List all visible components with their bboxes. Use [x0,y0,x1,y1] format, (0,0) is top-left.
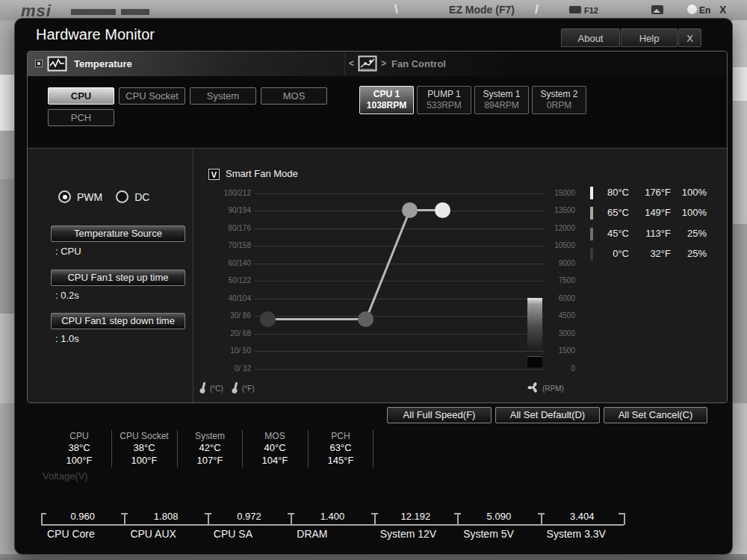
about-button[interactable]: About [561,28,620,47]
right-axis-tick: 15000 [530,189,575,197]
left-axis-tick: 80/176 [199,224,251,232]
left-axis-tick: 20/ 68 [199,329,251,337]
temp-label: PCH [309,431,373,441]
fan-tab-system2[interactable]: System 2 0RPM [532,86,586,114]
temp-readout-mos: MOS 40°C 104°F [243,431,307,467]
voltage-section-label: Voltage(V) [43,470,88,482]
dc-radio[interactable] [116,190,128,203]
help-button[interactable]: Help [621,28,678,47]
step-up-time-button[interactable]: CPU Fan1 step up time [51,270,185,286]
curve-point[interactable] [358,311,374,327]
point-duty: 25% [674,248,707,259]
fan-tab-system1[interactable]: System 1 894RPM [474,86,529,114]
fan-rpm: 894RPM [475,100,528,111]
voltage-value: 5.090 [460,511,537,523]
curve-point[interactable] [435,202,450,218]
language-globe-icon[interactable] [687,4,697,14]
pwm-label: PWM [77,191,102,203]
background-topbar: msi \ EZ Mode (F7) / F12 En X [0,0,747,20]
ez-mode-button[interactable]: EZ Mode (F7) [422,4,542,16]
gridline [255,264,544,264]
temperature-chart-icon [47,55,68,72]
point-temp-c: 0°C [596,248,629,259]
background-artifact [0,179,15,314]
fan-next-icon[interactable]: > [381,58,386,69]
background-artifact [0,314,15,403]
voltage-label: System 3.3V [547,528,606,540]
smart-fan-checkbox[interactable]: V [208,169,220,180]
collapse-icon[interactable] [35,60,43,67]
fan-control-section-title: Fan Control [391,58,446,69]
screenshot-icon[interactable] [569,6,581,13]
close-button[interactable]: X [678,28,701,47]
point-marker [590,207,593,220]
voltage-value: 0.972 [211,511,288,523]
right-axis-tick: 9000 [530,259,575,267]
voltage-label: CPU SA [214,528,252,540]
temperature-source-button[interactable]: Temperature Source [51,225,185,242]
smart-fan-label: Smart Fan Mode [226,168,298,179]
divider-slash-icon: / [535,2,539,17]
left-axis-tick: 70/158 [199,241,251,249]
voltage-label: System 5V [463,528,514,540]
pwm-radio[interactable] [58,190,71,203]
tab-pch[interactable]: PCH [48,109,114,126]
temperature-section-title: Temperature [74,58,132,69]
fan-rpm: 0RPM [533,100,586,111]
fan-prev-icon[interactable]: < [349,58,354,69]
fan-tab-pump1[interactable]: PUMP 1 533RPM [417,86,471,114]
curve-point[interactable] [260,311,276,327]
temperature-tabs: CPU CPU Socket System MOS PCH [48,87,332,126]
temp-readout-cpu-socket: CPU Socket 38°C 100°F [112,431,176,467]
point-marker [590,187,593,199]
fan-tabs: CPU 1 1038RPM PUMP 1 533RPM System 1 894… [359,86,586,114]
gridline [255,351,544,352]
background-artifact [0,75,15,131]
step-down-time-button[interactable]: CPU Fan1 step down time [51,313,185,329]
screen-close-icon[interactable]: X [719,4,726,16]
all-full-speed-button[interactable]: All Full Speed(F) [387,407,492,423]
gridline [255,193,544,194]
all-set-cancel-button[interactable]: All Set Cancel(C) [604,407,707,423]
right-axis-tick: 12000 [530,224,575,232]
divider [373,430,374,467]
voltage-value: 3.404 [544,511,621,523]
left-axis-tick: 40/104 [199,294,251,302]
left-axis-tick: 50/122 [199,276,251,284]
temp-readout-cpu: CPU 38°C 100°F [47,431,111,467]
point-duty: 100% [674,187,707,198]
ruler-tick [124,513,125,525]
fan-mode-radios: PWM DC [58,190,149,203]
tab-mos[interactable]: MOS [261,87,327,105]
ruler-tick [291,513,292,525]
image-icon[interactable] [651,5,663,14]
left-axis-tick: 30/ 86 [199,311,251,320]
fahrenheit-unit-label: (°F) [242,385,255,393]
temp-c: 40°C [243,441,307,454]
gridline [255,369,544,370]
voltage-label: CPU AUX [130,528,176,540]
temperature-source-value: : CPU [55,246,81,257]
step-up-time-value: : 0.2s [55,290,79,301]
tab-system[interactable]: System [190,87,256,105]
ruler-tick [374,513,376,525]
tab-cpu-socket[interactable]: CPU Socket [119,87,185,105]
left-axis-tick: 100/212 [199,189,251,197]
temp-c: 38°C [112,441,176,454]
voltage-value: 12.192 [377,511,454,523]
right-axis-tick: 7500 [530,276,575,284]
point-temp-c: 65°C [596,207,629,218]
temp-c: 38°C [47,441,111,454]
temp-label: CPU [47,431,111,441]
fan-tab-cpu1[interactable]: CPU 1 1038RPM [359,86,414,114]
all-set-default-button[interactable]: All Set Default(D) [495,407,600,423]
temp-f: 145°F [309,454,373,467]
point-temp-f: 176°F [632,187,671,198]
fan-speed-gauge [527,298,542,351]
point-duty: 100% [674,207,707,218]
curve-point[interactable] [402,202,418,218]
left-axis-tick: 10/ 50 [199,346,251,355]
temp-label: MOS [243,431,307,441]
tab-cpu[interactable]: CPU [48,87,114,105]
language-label[interactable]: En [699,5,710,16]
